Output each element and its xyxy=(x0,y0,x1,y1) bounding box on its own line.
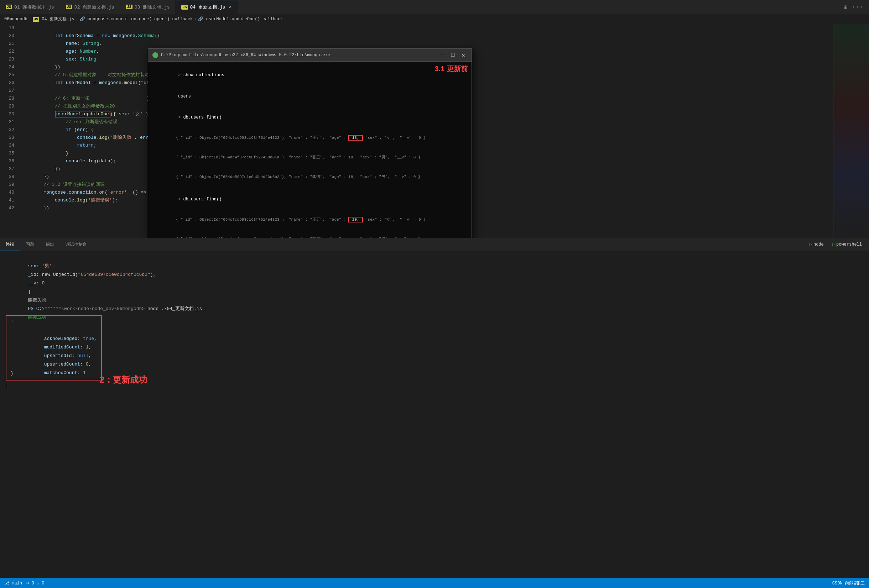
powershell-terminal-item[interactable]: ▷ powershell xyxy=(829,241,865,248)
mongo-window: C:\Program Files\mongodb-win32-x86_64-wi… xyxy=(148,48,472,238)
breadcrumb-part-4: 🔗 userModel.updateOne() callback xyxy=(198,16,283,22)
mongo-line-5: { "_id" : ObjectId("654de4f37ec68f527450… xyxy=(153,148,467,167)
panel-tabs: 终端 问题 输出 调试控制台 ▷ node ▷ powershell xyxy=(0,238,869,251)
mongo-content: 3.1 更新前 > show collections users > db.us… xyxy=(148,62,472,238)
status-bar: ⎇ main ⊘ 0 ⚠ 0 CSDN @前端张三 xyxy=(0,578,869,588)
tab-03[interactable]: JS 03_删除文档.js xyxy=(120,0,176,14)
js-icon-2: JS xyxy=(66,4,72,9)
panel-content: sex: '男', _id: new ObjectId("654de5097c1… xyxy=(0,251,869,430)
terminal-line-4: } xyxy=(6,279,863,288)
mongo-titlebar: C:\Program Files\mongodb-win32-x86_64-wi… xyxy=(148,49,472,62)
panel-right-controls: ▷ node ▷ powershell xyxy=(807,241,869,248)
js-icon-4: JS xyxy=(181,5,188,10)
minimap-content xyxy=(834,24,869,238)
editor-area: 19 20 21 22 23 24 25 26 27 28 29 30 31 3… xyxy=(0,24,869,238)
mongo-minimize-button[interactable]: — xyxy=(438,52,446,58)
mongo-line-3: > db.users.find() xyxy=(153,108,467,128)
panel-tab-terminal[interactable]: 终端 xyxy=(0,238,20,251)
mongo-maximize-button[interactable]: □ xyxy=(449,52,457,58)
breadcrumb-part-3: 🔗 mongoose.connection.once('open') callb… xyxy=(80,16,193,22)
error-count: ⊘ 0 ⚠ 0 xyxy=(26,581,44,586)
tab-01[interactable]: JS 01_连接数据库.js xyxy=(0,0,60,14)
node-terminal-item[interactable]: ▷ node xyxy=(807,241,827,248)
terminal-line-2: _id: new ObjectId("654de5097c1e0c0b4df0c… xyxy=(6,262,863,271)
mongo-line-2: users xyxy=(153,86,467,107)
mongo-close-button[interactable]: ✕ xyxy=(460,52,467,59)
result-line-1: { xyxy=(11,318,97,326)
terminal-line-1: sex: '男', xyxy=(6,254,863,262)
breadcrumb-sep-3: › xyxy=(194,17,197,22)
tab-label-3: 03_删除文档.js xyxy=(135,4,170,10)
main-container: JS 01_连接数据库.js JS 02_创建新文档.js JS 03_删除文档… xyxy=(0,0,869,588)
terminal-line-5: 连接关闭 xyxy=(6,288,863,296)
panel-tab-debug[interactable]: 调试控制台 xyxy=(60,238,93,251)
breadcrumb-sep-2: › xyxy=(76,17,78,22)
terminal-line-6: PS C:\******\work\node\node_dev\06mongod… xyxy=(6,296,863,305)
js-icon-1: JS xyxy=(6,4,12,9)
mongo-title-text: C:\Program Files\mongodb-win32-x86_64-wi… xyxy=(161,53,436,58)
mongo-title-icon xyxy=(153,52,158,58)
tab-label-1: 01_连接数据库.js xyxy=(14,4,54,10)
code-line-19: let userSchema = new mongoose.Schema({ xyxy=(21,24,833,32)
result-box: { acknowledged: true, modifiedCount: 1, … xyxy=(6,315,102,381)
breadcrumb: 06mongodb › JS 04_更新文档.js › 🔗 mongoose.c… xyxy=(0,14,869,24)
status-right: CSDN @前端张三 xyxy=(832,580,865,586)
highlight-updateone: userModel.updateOne xyxy=(55,111,110,117)
mongo-line-8: { "_id" : ObjectId("654cfcd593c163f7614e… xyxy=(153,211,467,230)
mongo-line-9: { "_id" : ObjectId("654de4f37ec68f527450… xyxy=(153,230,467,238)
split-editor-icon[interactable]: ⊞ xyxy=(844,3,848,11)
panel-area: 终端 问题 输出 调试控制台 ▷ node ▷ powershell xyxy=(0,238,869,430)
tab-label-4: 04_更新文档.js xyxy=(190,4,225,10)
breadcrumb-part-2: JS 04_更新文档.js xyxy=(33,16,74,22)
js-icon-3: JS xyxy=(126,4,132,9)
tab-label-2: 02_创建新文档.js xyxy=(74,4,114,10)
panel-tab-output[interactable]: 输出 xyxy=(40,238,60,251)
status-left: ⎇ main ⊘ 0 ⚠ 0 xyxy=(4,581,44,586)
breadcrumb-part-1: 06mongodb xyxy=(4,17,27,22)
mongo-line-4: { "_id" : ObjectId("654cfcd593c163f7614e… xyxy=(153,129,467,148)
tab-bar: JS 01_连接数据库.js JS 02_创建新文档.js JS 03_删除文档… xyxy=(0,0,869,14)
close-tab-button[interactable]: × xyxy=(228,4,231,10)
line-numbers: 19 20 21 22 23 24 25 26 27 28 29 30 31 3… xyxy=(0,24,19,238)
annotation-before: 3.1 更新前 xyxy=(435,63,468,74)
mongo-line-6: { "_id" : ObjectId("654de5097c1e0c0b4df0… xyxy=(153,167,467,187)
code-line-21: age: Number, xyxy=(21,40,833,48)
mongo-line-7: > db.users.find() xyxy=(153,190,467,210)
panel-tab-problems[interactable]: 问题 xyxy=(20,238,40,251)
annotation-update-success: 2：更新成功 xyxy=(100,372,147,387)
tab-bar-right: ⊞ ··· xyxy=(844,3,869,11)
node-terminal-icon: ▷ xyxy=(810,242,812,247)
tab-02[interactable]: JS 02_创建新文档.js xyxy=(60,0,120,14)
git-branch: ⎇ main xyxy=(4,581,22,586)
csdn-attribution: CSDN @前端张三 xyxy=(832,581,865,586)
result-line-2: acknowledged: true, xyxy=(11,326,97,335)
more-actions-icon[interactable]: ··· xyxy=(852,4,863,11)
minimap xyxy=(833,24,869,238)
breadcrumb-sep-1: › xyxy=(29,17,31,22)
powershell-terminal-icon: ▷ xyxy=(832,242,835,247)
tab-04[interactable]: JS 04_更新文档.js × xyxy=(176,0,237,14)
mongo-line-1: > show collections xyxy=(153,65,467,86)
